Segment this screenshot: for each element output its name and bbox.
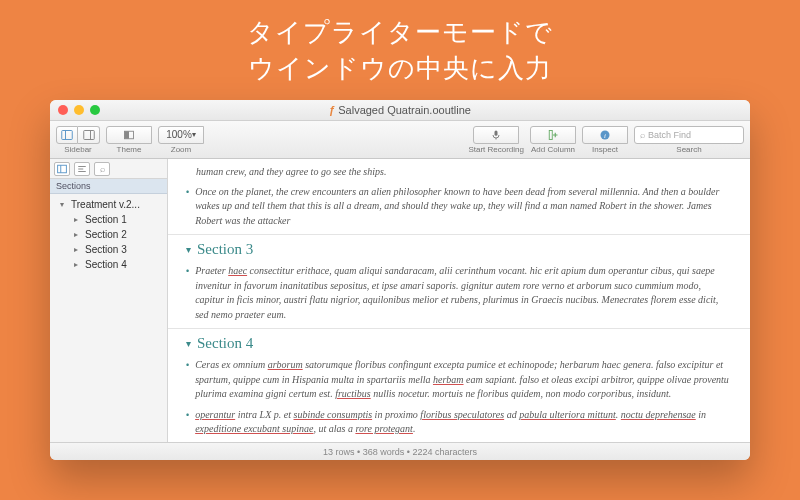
close-icon[interactable] bbox=[58, 105, 68, 115]
disclosure-down-icon: ▾ bbox=[186, 338, 191, 349]
sidebar-item-label: Section 4 bbox=[85, 259, 127, 270]
bullet-icon: • bbox=[186, 187, 189, 229]
sidebar-view-styles-button[interactable] bbox=[74, 162, 90, 176]
section-3-heading[interactable]: ▾ Section 3 bbox=[186, 241, 732, 258]
section-4-heading[interactable]: ▾ Section 4 bbox=[186, 335, 732, 352]
magnifier-icon: ⌕ bbox=[100, 164, 105, 174]
add-column-icon bbox=[547, 129, 559, 141]
disclosure-right-icon: ▸ bbox=[74, 245, 82, 254]
minimize-icon[interactable] bbox=[74, 105, 84, 115]
add-column-button[interactable] bbox=[530, 126, 576, 144]
sidebar-item-section-2[interactable]: ▸Section 2 bbox=[50, 227, 167, 242]
theme-button[interactable] bbox=[106, 126, 152, 144]
theme-icon bbox=[123, 129, 135, 141]
search-icon: ⌕ bbox=[640, 130, 645, 140]
sidebar-label: Sidebar bbox=[64, 145, 92, 154]
sidebar-item-label: Section 3 bbox=[85, 244, 127, 255]
status-text: 13 rows • 368 words • 2224 characters bbox=[323, 447, 477, 457]
sidebar-view-sections-button[interactable] bbox=[54, 162, 70, 176]
sections-icon bbox=[57, 164, 67, 174]
sidebar-item-section-3[interactable]: ▸Section 3 bbox=[50, 242, 167, 257]
svg-rect-0 bbox=[62, 130, 73, 139]
sidebar-search-button[interactable]: ⌕ bbox=[94, 162, 110, 176]
addcolumn-label: Add Column bbox=[531, 145, 575, 154]
toolbar: Sidebar Theme 100% ▾ Zoom Start Recordin… bbox=[50, 121, 750, 159]
sidebar-item-label: Section 2 bbox=[85, 229, 127, 240]
zoom-value: 100% bbox=[166, 129, 192, 140]
section-divider bbox=[168, 328, 750, 329]
bullet-icon: • bbox=[186, 360, 189, 402]
search-placeholder: Batch Find bbox=[648, 130, 691, 140]
app-window: ƒ Salvaged Quatrain.ooutline Sidebar The… bbox=[50, 100, 750, 460]
sidebar-toggle-button[interactable] bbox=[56, 126, 78, 144]
document-content[interactable]: human crew, and they agree to go see the… bbox=[168, 159, 750, 442]
bullet-icon: • bbox=[186, 266, 189, 322]
zoom-label: Zoom bbox=[171, 145, 191, 154]
inspect-button[interactable]: i bbox=[582, 126, 628, 144]
svg-rect-2 bbox=[83, 130, 94, 139]
disclosure-right-icon: ▸ bbox=[74, 260, 82, 269]
toolbar-search-group: ⌕ Batch Find Search bbox=[634, 126, 744, 154]
disclosure-right-icon: ▸ bbox=[74, 215, 82, 224]
search-label: Search bbox=[676, 145, 701, 154]
sidebar-toolbar: ⌕ bbox=[50, 159, 167, 179]
toolbar-recording-group: Start Recording bbox=[468, 126, 524, 154]
window-body: ⌕ Sections ▾Treatment v.2... ▸Section 1 … bbox=[50, 159, 750, 442]
window-controls bbox=[58, 105, 100, 115]
titlebar: ƒ Salvaged Quatrain.ooutline bbox=[50, 100, 750, 121]
promo-line-2: ウインドウの中央に入力 bbox=[0, 50, 800, 86]
paragraph: operantur intra LX p. et subinde consump… bbox=[195, 408, 732, 437]
sidebar-item-section-4[interactable]: ▸Section 4 bbox=[50, 257, 167, 272]
svg-text:i: i bbox=[604, 132, 606, 139]
section-divider bbox=[168, 234, 750, 235]
document-icon: ƒ bbox=[329, 104, 335, 116]
start-recording-button[interactable] bbox=[473, 126, 519, 144]
recording-label: Start Recording bbox=[468, 145, 524, 154]
svg-rect-6 bbox=[495, 130, 498, 135]
paragraph: Once on the planet, the crew encounters … bbox=[195, 185, 732, 229]
bullet-row: • Once on the planet, the crew encounter… bbox=[186, 185, 732, 229]
title-text: Salvaged Quatrain.ooutline bbox=[338, 104, 471, 116]
bullet-icon: • bbox=[186, 410, 189, 437]
search-input[interactable]: ⌕ Batch Find bbox=[634, 126, 744, 144]
sidebar-tree: ▾Treatment v.2... ▸Section 1 ▸Section 2 … bbox=[50, 194, 167, 275]
zoom-select[interactable]: 100% ▾ bbox=[158, 126, 204, 144]
promo-headline: タイプライターモードで ウインドウの中央に入力 bbox=[0, 0, 800, 87]
toolbar-theme-group: Theme bbox=[106, 126, 152, 154]
paragraph-fragment: human crew, and they agree to go see the… bbox=[186, 165, 732, 180]
zoom-window-icon[interactable] bbox=[90, 105, 100, 115]
sidebar-alt-button[interactable] bbox=[78, 126, 100, 144]
sidebar-icon bbox=[61, 129, 73, 141]
info-icon: i bbox=[599, 129, 611, 141]
toolbar-zoom-group: 100% ▾ Zoom bbox=[158, 126, 204, 154]
chevron-down-icon: ▾ bbox=[192, 130, 196, 139]
sidebar-item-label: Section 1 bbox=[85, 214, 127, 225]
disclosure-down-icon: ▾ bbox=[186, 244, 191, 255]
sidebar-item-root[interactable]: ▾Treatment v.2... bbox=[50, 197, 167, 212]
paragraph: Praeter haec consectitur erithace, quam … bbox=[195, 264, 732, 322]
sidebar-item-section-1[interactable]: ▸Section 1 bbox=[50, 212, 167, 227]
sidebar: ⌕ Sections ▾Treatment v.2... ▸Section 1 … bbox=[50, 159, 168, 442]
section-title: Section 3 bbox=[197, 241, 253, 258]
panel-icon bbox=[83, 129, 95, 141]
inspect-label: Inspect bbox=[592, 145, 618, 154]
bullet-row: • Ceras ex omnium arborum satorumque flo… bbox=[186, 358, 732, 402]
svg-rect-13 bbox=[58, 165, 67, 173]
toolbar-inspect-group: i Inspect bbox=[582, 126, 628, 154]
microphone-icon bbox=[490, 129, 502, 141]
sidebar-root-label: Treatment v.2... bbox=[71, 199, 140, 210]
paragraph: Ceras ex omnium arborum satorumque flori… bbox=[195, 358, 732, 402]
toolbar-addcolumn-group: Add Column bbox=[530, 126, 576, 154]
svg-rect-8 bbox=[549, 130, 552, 139]
bullet-row: • operantur intra LX p. et subinde consu… bbox=[186, 408, 732, 437]
disclosure-down-icon: ▾ bbox=[60, 200, 68, 209]
svg-rect-5 bbox=[125, 131, 130, 139]
disclosure-right-icon: ▸ bbox=[74, 230, 82, 239]
promo-line-1: タイプライターモードで bbox=[0, 14, 800, 50]
status-bar: 13 rows • 368 words • 2224 characters bbox=[50, 442, 750, 460]
bullet-row: • Praeter haec consectitur erithace, qua… bbox=[186, 264, 732, 322]
section-title: Section 4 bbox=[197, 335, 253, 352]
styles-icon bbox=[77, 164, 87, 174]
sidebar-header: Sections bbox=[50, 179, 167, 194]
window-title: ƒ Salvaged Quatrain.ooutline bbox=[50, 104, 750, 116]
